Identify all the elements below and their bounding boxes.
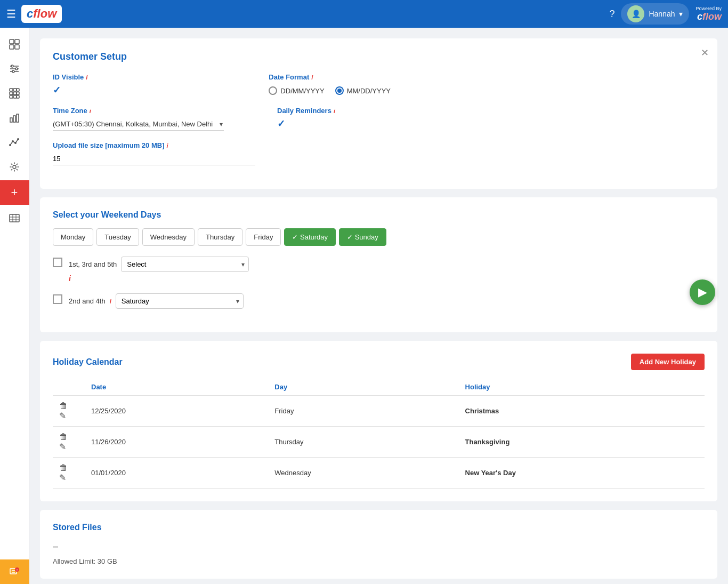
select-1st-3rd-5th[interactable]: Select Monday Tuesday Wednesday Thursday… [121,257,249,272]
svg-rect-21 [17,114,19,122]
row-date-2: 11/26/2020 [85,427,268,458]
day-tuesday[interactable]: Tuesday [96,228,139,246]
daily-reminders-label: Daily Reminders i [277,107,335,115]
table-row: 🗑 ✎ 11/26/2020 Thursday Thanksgiving [53,427,705,458]
sidebar-item-dashboard[interactable] [3,33,26,55]
radio-label-mmddyyyy: MM/DD/YYYY [347,87,391,95]
svg-point-22 [9,144,11,146]
day-saturday[interactable]: ✓ Saturday [284,228,336,246]
timezone-info-icon[interactable]: i [90,108,91,114]
svg-point-24 [14,142,17,144]
stored-files-title: Stored Files [53,523,705,532]
sidebar-item-settings[interactable] [3,156,26,178]
row-2nd-4th: 2nd and 4th i Saturday Monday Tuesday We… [53,293,705,309]
sidebar-item-table[interactable] [3,207,26,229]
svg-rect-27 [10,214,19,222]
row-actions-1: 🗑 ✎ [53,396,85,427]
radio-label-ddmmyyyy: DD/MM/YYYY [280,87,324,95]
radio-circle-ddmmyyyy [269,86,277,95]
timezone-select[interactable]: (GMT+05:30) Chennai, Kolkata, Mumbai, Ne… [53,118,224,131]
edit-icon-1[interactable]: ✎ [59,411,66,420]
radio-ddmmyyyy[interactable]: DD/MM/YYYY [269,86,324,95]
svg-rect-0 [10,39,14,44]
svg-rect-10 [10,89,13,91]
table-row: 🗑 ✎ 12/25/2020 Friday Christmas [53,396,705,427]
dropdown-arrow: ▾ [679,10,683,18]
user-dropdown[interactable]: 👤 Hannah ▾ [621,3,689,25]
timezone-label: Time Zone i [53,107,224,115]
customer-setup-title: Customer Setup [53,51,705,62]
date-format-info-icon[interactable]: i [311,74,313,81]
upload-size-input[interactable] [53,153,255,165]
sidebar-item-filter[interactable] [3,58,26,80]
daily-reminders-info-icon[interactable]: i [334,108,335,114]
svg-text:!: ! [17,569,18,572]
daily-reminders-check: ✓ [277,118,335,130]
edit-icon-2[interactable]: ✎ [59,442,66,451]
fab-icon: ▶ [698,285,707,299]
delete-icon-1[interactable]: 🗑 [59,401,68,410]
menu-icon[interactable]: ☰ [6,7,16,20]
radio-mmddyyyy[interactable]: MM/DD/YYYY [335,86,391,95]
close-button[interactable]: ✕ [701,47,709,59]
top-navigation: ☰ cflow ? 👤 Hannah ▾ Powered By cflow [0,0,728,28]
nav-right: ? 👤 Hannah ▾ Powered By cflow [609,3,722,25]
weekend-days-card: Select your Weekend Days Monday Tuesday … [40,197,717,332]
sidebar-item-notifications[interactable]: ! [0,559,29,584]
sidebar-item-add[interactable]: + [0,180,29,205]
stored-files-card: Stored Files – Allowed Limit: 30 GB [40,510,717,579]
svg-rect-19 [10,118,12,122]
2nd-4th-info-icon[interactable]: i [110,298,111,305]
checkbox-2nd-4th[interactable] [53,294,62,304]
sidebar-item-grid[interactable] [3,82,26,105]
day-friday[interactable]: Friday [246,228,281,246]
form-row-2: Time Zone i (GMT+05:30) Chennai, Kolkata… [53,107,705,131]
svg-rect-13 [10,92,13,95]
add-icon: + [11,186,18,199]
help-icon[interactable]: ? [609,9,614,20]
day-thursday[interactable]: Thursday [198,228,242,246]
svg-point-23 [12,140,14,142]
delete-icon-3[interactable]: 🗑 [59,463,68,472]
row-actions-3: 🗑 ✎ [53,458,85,489]
sidebar-item-chart-line[interactable] [3,131,26,154]
day-monday[interactable]: Monday [53,228,93,246]
select-2nd-4th[interactable]: Saturday Monday Tuesday Wednesday Thursd… [116,293,244,309]
svg-point-8 [15,68,18,70]
svg-rect-3 [15,45,19,49]
holiday-calendar-card: Holiday Calendar Add New Holiday Date Da… [40,341,717,501]
row-holiday-2: Thanksgiving [459,427,705,458]
svg-rect-15 [17,92,19,95]
stored-files-limit: Allowed Limit: 30 GB [53,557,117,565]
col-actions [53,379,85,396]
id-visible-info-icon[interactable]: i [86,74,87,81]
fab-button[interactable]: ▶ [690,279,715,305]
timezone-group: Time Zone i (GMT+05:30) Chennai, Kolkata… [53,107,224,131]
sidebar-item-chart-bar[interactable] [3,107,26,129]
col-holiday: Holiday [459,379,705,396]
delete-icon-2[interactable]: 🗑 [59,432,68,441]
1st-3rd-5th-info-icon[interactable]: i [69,274,249,283]
svg-point-25 [17,138,19,140]
sidebar: + ! [0,28,29,584]
select-2nd-wrapper: Saturday Monday Tuesday Wednesday Thursd… [116,293,244,309]
svg-point-26 [13,165,16,169]
day-buttons-row: Monday Tuesday Wednesday Thursday Friday… [53,228,705,246]
svg-rect-11 [13,89,17,91]
day-sunday[interactable]: ✓ Sunday [339,228,386,246]
weekend-title: Select your Weekend Days [53,210,705,220]
text-1st-3rd-5th: 1st, 3rd and 5th [69,260,117,268]
logo: cflow [21,5,62,23]
day-wednesday[interactable]: Wednesday [142,228,195,246]
date-format-label: Date Format i [269,73,391,81]
add-holiday-button[interactable]: Add New Holiday [631,354,705,370]
form-row-1: ID Visible i ✓ Date Format i DD/MM/YYYY [53,73,705,96]
powered-by: Powered By cflow [695,6,722,22]
avatar: 👤 [627,5,644,22]
row-day-3: Wednesday [268,458,458,489]
edit-icon-3[interactable]: ✎ [59,473,66,482]
row-1st-3rd-5th: 1st, 3rd and 5th Select Monday Tuesday W… [53,257,705,283]
holiday-table-header-row: Date Day Holiday [53,379,705,396]
checkbox-1st-3rd-5th[interactable] [53,258,62,267]
upload-size-info-icon[interactable]: i [167,142,168,149]
